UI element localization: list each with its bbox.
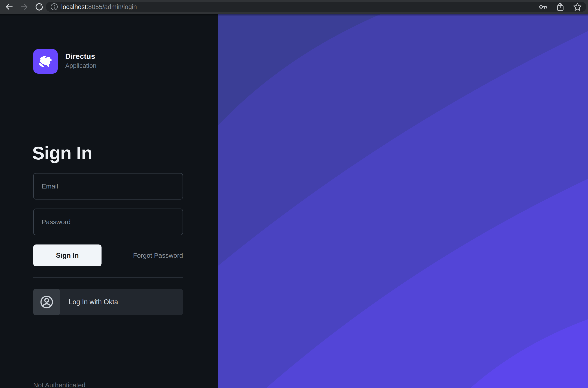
brand-text: Directus Application (65, 49, 96, 74)
omnibox-actions (538, 2, 582, 12)
directus-logo (33, 49, 58, 74)
okta-login-button[interactable]: Log In with Okta (33, 289, 183, 315)
url-host: localhost (61, 3, 86, 10)
password-field[interactable] (33, 209, 183, 235)
okta-icon-box (33, 289, 60, 315)
brand-subtitle: Application (65, 61, 96, 70)
divider (33, 277, 183, 278)
directus-rabbit-icon (36, 52, 55, 71)
art-panel (218, 14, 588, 388)
address-bar[interactable]: localhost:8055/admin/login (46, 2, 586, 12)
account-circle-icon (39, 294, 54, 310)
back-arrow-icon (5, 2, 14, 11)
brand-header: Directus Application (33, 49, 96, 74)
url-path: :8055/admin/login (86, 3, 137, 10)
login-panel: Directus Application Sign In Sign In For… (0, 14, 218, 388)
bookmark-star-icon[interactable] (573, 2, 582, 12)
password-key-icon[interactable] (538, 2, 548, 12)
brand-title: Directus (65, 51, 96, 61)
url-text[interactable]: localhost:8055/admin/login (61, 3, 137, 11)
wave-background (218, 14, 588, 388)
back-button[interactable] (3, 1, 15, 13)
okta-label: Log In with Okta (69, 298, 118, 306)
forgot-password-link[interactable]: Forgot Password (33, 252, 183, 259)
page-title: Sign In (32, 143, 92, 164)
email-field[interactable] (33, 173, 183, 199)
share-icon[interactable] (555, 2, 565, 12)
reload-button[interactable] (33, 1, 45, 13)
forward-button[interactable] (18, 1, 30, 13)
reload-icon (35, 2, 44, 11)
browser-toolbar: localhost:8055/admin/login (0, 0, 588, 14)
status-text: Not Authenticated (33, 381, 86, 388)
browser-window: localhost:8055/admin/login (0, 0, 588, 388)
site-info-icon[interactable] (50, 3, 58, 11)
forward-arrow-icon (20, 2, 29, 11)
